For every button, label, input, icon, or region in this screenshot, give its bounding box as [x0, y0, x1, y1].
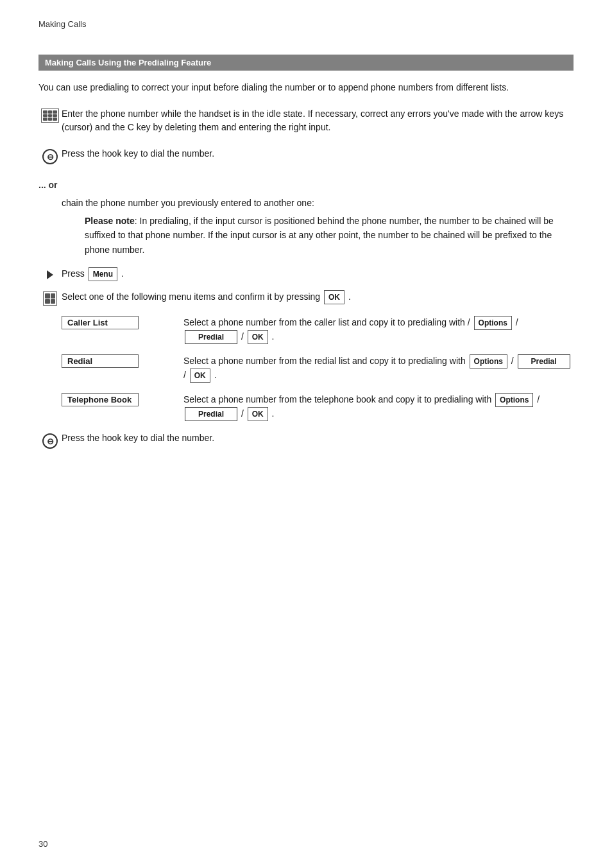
intro-paragraph: You can use predialing to correct your i…	[38, 81, 574, 94]
page-header: Making Calls	[38, 19, 574, 29]
telephone-book-predial-btn: Predial	[185, 407, 237, 421]
page-number: 30	[38, 839, 47, 849]
table-row-telephone-book: Telephone Book Select a phone number fro…	[62, 393, 574, 421]
caller-list-desc: Select a phone number from the caller li…	[177, 316, 574, 344]
step-enter-number: Enter the phone number while the handset…	[38, 107, 574, 134]
step-press-hook-2: ⊖ Press the hook key to dial the number.	[38, 431, 574, 449]
telephone-book-options-btn: Options	[495, 393, 533, 407]
hook-icon-2: ⊖	[38, 433, 62, 449]
menu-items-table: Caller List Select a phone number from t…	[62, 316, 574, 421]
telephone-book-desc: Select a phone number from the telephone…	[177, 393, 574, 421]
please-note-block: Please note: In predialing, if the input…	[85, 214, 574, 257]
caller-list-label: Caller List	[62, 316, 139, 329]
chain-intro-text: chain the phone number you previously en…	[62, 196, 574, 210]
caller-list-options-btn: Options	[474, 316, 512, 330]
redial-predial-btn: Predial	[518, 354, 570, 369]
caller-list-ok-btn: OK	[248, 330, 268, 344]
step-select-menu-text: Select one of the following menu items a…	[62, 290, 574, 304]
step-press-hook-1: ⊖ Press the hook key to dial the number.	[38, 147, 574, 164]
table-row-caller-list: Caller List Select a phone number from t…	[62, 316, 574, 344]
ok-button-badge-step4: OK	[324, 290, 344, 304]
step-press-hook-1-text: Press the hook key to dial the number.	[62, 147, 574, 161]
hook-icon-1: ⊖	[38, 148, 62, 164]
section-heading: Making Calls Using the Predialing Featur…	[38, 55, 574, 71]
step-enter-number-text: Enter the phone number while the handset…	[62, 107, 574, 134]
telephone-book-label: Telephone Book	[62, 393, 139, 406]
redial-options-btn: Options	[470, 354, 507, 369]
table-row-redial: Redial Select a phone number from the re…	[62, 354, 574, 383]
page-title: Making Calls	[38, 19, 86, 29]
please-note-label: Please note	[85, 216, 135, 226]
chain-block: chain the phone number you previously en…	[62, 196, 574, 257]
redial-desc: Select a phone number from the redial li…	[177, 354, 574, 383]
or-label: ... or	[38, 180, 574, 190]
step-press-menu-text: Press Menu .	[62, 267, 574, 281]
step-press-menu: Press Menu .	[38, 267, 574, 281]
caller-list-predial-btn: Predial	[185, 330, 237, 344]
menu-button-badge: Menu	[89, 267, 117, 281]
step-select-menu: Select one of the following menu items a…	[38, 290, 574, 306]
caller-list-label-cell: Caller List	[62, 316, 177, 329]
redial-label: Redial	[62, 354, 139, 368]
step-press-hook-2-text: Press the hook key to dial the number.	[62, 431, 574, 445]
select-icon	[38, 291, 62, 306]
keyboard-icon	[38, 108, 62, 123]
redial-ok-btn: OK	[190, 369, 210, 383]
telephone-book-ok-btn: OK	[248, 407, 268, 421]
nav-arrow-icon	[38, 268, 62, 279]
telephone-book-label-cell: Telephone Book	[62, 393, 177, 406]
redial-label-cell: Redial	[62, 354, 177, 368]
